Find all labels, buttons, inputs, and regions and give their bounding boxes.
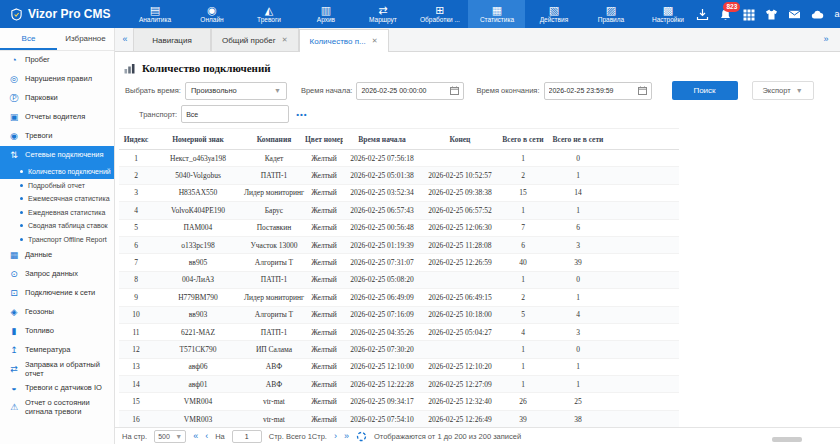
app-logo: Vizor Pro CMS bbox=[0, 0, 126, 28]
first-page-button[interactable]: « bbox=[193, 430, 198, 443]
tab-scroll-left-icon[interactable]: « bbox=[117, 28, 133, 51]
table-row[interactable]: 5 ПАМ004 Поставкин Желтый 2026-02-25 00:… bbox=[119, 219, 679, 236]
close-icon[interactable]: ✕ bbox=[282, 36, 288, 44]
sidebar-tab[interactable]: Все bbox=[0, 28, 57, 50]
top-nav-label: Правила bbox=[598, 16, 624, 24]
prev-page-button[interactable]: ‹ bbox=[205, 430, 208, 443]
transport-input[interactable] bbox=[186, 111, 272, 118]
bullet-icon bbox=[20, 197, 23, 200]
sidebar-item[interactable]: ◎ Нарушения правил bbox=[0, 70, 114, 89]
sidebar-item[interactable]: ▦ Данные bbox=[0, 246, 114, 265]
pages-total-label: Стр. Всего 1Стр. bbox=[269, 432, 327, 441]
sidebar-item[interactable]: ◉ Тревоги bbox=[0, 127, 114, 146]
sidebar-item[interactable]: ⇄ Заправка и обратный отчет bbox=[0, 360, 114, 379]
sidebar-tab[interactable]: Избранное bbox=[57, 28, 114, 50]
sidebar-item[interactable]: ⚠ Отчет о состоянии сигнала тревоги bbox=[0, 398, 114, 417]
sidebar-item[interactable]: ↥ Температура bbox=[0, 341, 114, 360]
sidebar-item[interactable]: ⊙ Запрос данных bbox=[0, 265, 114, 284]
more-options-icon[interactable]: ••• bbox=[296, 110, 307, 119]
end-time-field bbox=[544, 82, 652, 100]
time-range-select[interactable]: Произвольно ▼ bbox=[185, 82, 287, 100]
table-row[interactable]: 14 авф01 АВФ Желтый 2026-02-25 12:22:28 … bbox=[119, 376, 679, 393]
table-row[interactable]: 7 вв905 Алгориты Т Желтый 2026-02-25 07:… bbox=[119, 254, 679, 271]
cloud-icon[interactable] bbox=[811, 8, 824, 21]
mail-icon[interactable] bbox=[788, 8, 801, 21]
cell-total-online: 2 bbox=[499, 289, 547, 306]
top-nav-item[interactable]: ◉ Онлайн bbox=[183, 0, 240, 28]
table-row[interactable]: 10 вв903 Алгориты Т Желтый 2026-02-25 07… bbox=[119, 306, 679, 323]
close-icon[interactable]: ✕ bbox=[372, 37, 378, 45]
table-row[interactable]: 15 VMR004 vtr-mat Желтый 2026-02-25 09:3… bbox=[119, 393, 679, 410]
table-row[interactable]: 6 о133рс198 Участок 13000 Желтый 2026-02… bbox=[119, 236, 679, 253]
tab-scroll-right-icon[interactable]: » bbox=[818, 28, 834, 51]
sidebar-item[interactable]: Ⓟ Парковки bbox=[0, 89, 114, 108]
document-tab[interactable]: Общий пробег ✕ bbox=[211, 28, 299, 51]
cell-company: Участок 13000 bbox=[243, 236, 305, 253]
end-time-input[interactable] bbox=[549, 87, 635, 94]
calendar-icon[interactable] bbox=[638, 86, 647, 95]
sidebar-item[interactable]: ⇅ Сетевые подключения bbox=[0, 146, 114, 165]
sidebar-subitem[interactable]: Ежемесячная статистика bbox=[0, 192, 114, 206]
top-nav-item[interactable]: ⊞ Обработки ... bbox=[411, 0, 468, 28]
apps-grid-icon[interactable] bbox=[742, 8, 755, 21]
sidebar-subitem[interactable]: Подробный отчет bbox=[0, 179, 114, 193]
bullet-icon bbox=[20, 211, 23, 214]
cell-company: Лидер мониторинг bbox=[243, 184, 305, 201]
page-number-input[interactable] bbox=[232, 430, 262, 443]
top-nav-item[interactable]: ▩ Настройки bbox=[639, 0, 696, 28]
sidebar-subitem[interactable]: Транспорт Offline Report bbox=[0, 233, 114, 247]
calendar-icon[interactable] bbox=[450, 86, 459, 95]
search-button[interactable]: Поиск bbox=[672, 81, 738, 100]
cell-plate: о133рс198 bbox=[153, 236, 243, 253]
table-row[interactable]: 8 004-ЛиАЗ ПАТП-1 Желтый 2026-02-25 05:0… bbox=[119, 271, 679, 288]
user-menu[interactable]: admin ▼ bbox=[834, 9, 840, 19]
document-tab[interactable]: Навигация bbox=[133, 28, 211, 51]
top-nav-icon: ▥ bbox=[321, 4, 331, 16]
table-row[interactable]: 11 6221-МАZ ПАТП-1 Желтый 2026-02-25 04:… bbox=[119, 323, 679, 340]
cell-total-online: 1 bbox=[499, 341, 547, 358]
sidebar-subitem[interactable]: Сводная таблица ставок bbox=[0, 219, 114, 233]
table-row[interactable]: 16 VMR003 vtr-mat Желтый 2026-02-25 07:5… bbox=[119, 410, 679, 427]
last-page-button[interactable]: » bbox=[344, 430, 349, 443]
table-row[interactable]: 3 Н835АХ550 Лидер мониторинг Желтый 2026… bbox=[119, 184, 679, 201]
table-row[interactable]: 12 Т571СК790 ИП Салама Желтый 2026-02-25… bbox=[119, 341, 679, 358]
sidebar-item[interactable]: ◈ Геозоны bbox=[0, 303, 114, 322]
top-nav-item[interactable]: ▨ Правила bbox=[582, 0, 639, 28]
download-icon[interactable] bbox=[696, 8, 709, 21]
top-nav-item[interactable]: ◭ Тревоги bbox=[240, 0, 297, 28]
sidebar-item[interactable]: ▣ Отчеты водителя bbox=[0, 108, 114, 127]
table-row[interactable]: 13 авф06 АВФ Желтый 2026-02-25 12:10:00 … bbox=[119, 358, 679, 375]
start-time-input[interactable] bbox=[361, 87, 447, 94]
sidebar-item-label: Тревоги с датчиков IO bbox=[25, 384, 102, 393]
table-row[interactable]: 2 5040-Volgobus ПАТП-1 Желтый 2026-02-25… bbox=[119, 167, 679, 184]
cell-company: ПАТП-1 bbox=[243, 271, 305, 288]
top-nav-item[interactable]: ▤ Аналитика bbox=[126, 0, 183, 28]
document-tab[interactable]: Количество п... ✕ bbox=[299, 29, 389, 52]
cell-start-time: 2026-02-25 05:01:38 bbox=[343, 167, 421, 184]
notifications[interactable]: 823 bbox=[719, 8, 732, 21]
sidebar-subitem[interactable]: Количество подключений bbox=[0, 165, 114, 179]
sidebar-item[interactable]: ◔ Пробег bbox=[0, 51, 114, 70]
table-row[interactable]: 9 Н779ВМ790 Лидер мониторинг Желтый 2026… bbox=[119, 289, 679, 306]
refresh-icon[interactable] bbox=[356, 431, 367, 442]
sidebar-item[interactable]: ◒ Тревоги с датчиков IO bbox=[0, 379, 114, 398]
top-nav-item[interactable]: ▧ Действия bbox=[525, 0, 582, 28]
top-nav-item[interactable]: ▥ Архив bbox=[297, 0, 354, 28]
export-button[interactable]: Экспорт ▼ bbox=[752, 81, 814, 100]
table-row[interactable]: 1 Некст_о463уа198 Кадет Желтый 2026-02-2… bbox=[119, 150, 679, 167]
cell-plate: VMR004 bbox=[153, 393, 243, 410]
cell-total-offline: 0 bbox=[547, 150, 609, 167]
shirt-icon[interactable] bbox=[765, 8, 778, 21]
top-nav-item[interactable]: ▦ Статистика bbox=[468, 0, 525, 28]
table-row[interactable]: 4 VolvoК404РЕ190 Барус Желтый 2026-02-25… bbox=[119, 202, 679, 219]
top-nav-item[interactable]: ⇄ Маршрут bbox=[354, 0, 411, 28]
sidebar-item-icon: ▮ bbox=[9, 327, 19, 336]
cell-start-time: 2026-02-25 07:31:07 bbox=[343, 254, 421, 271]
sidebar-subitem[interactable]: Ежедневная статистика bbox=[0, 206, 114, 220]
sidebar-item[interactable]: ⊡ Подключение к сети bbox=[0, 284, 114, 303]
sidebar-item[interactable]: ▮ Топливо bbox=[0, 322, 114, 341]
per-page-select[interactable]: 500 ▼ bbox=[154, 430, 186, 443]
horizontal-scrollbar-thumb[interactable] bbox=[772, 437, 802, 442]
top-nav-icon: ▤ bbox=[150, 4, 160, 16]
next-page-button[interactable]: › bbox=[334, 430, 337, 443]
